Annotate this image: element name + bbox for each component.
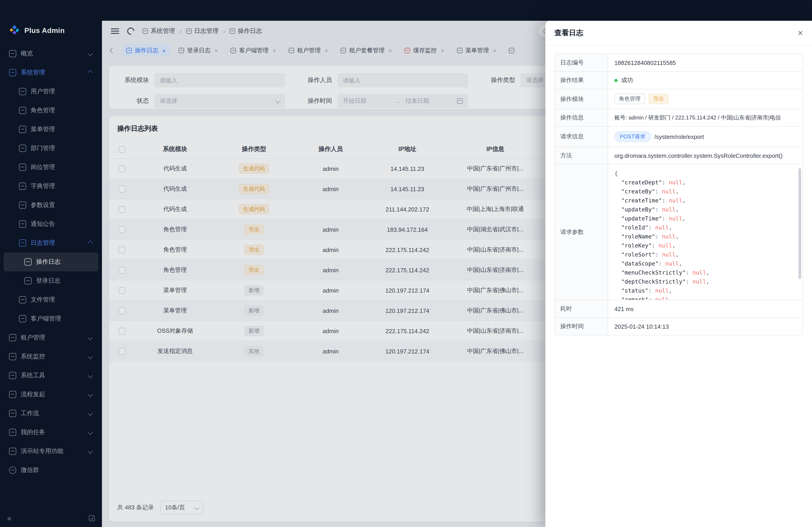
field-label: 操作模块 <box>555 89 608 109</box>
json-line: "roleSort": null, <box>614 250 794 259</box>
field-label: 方法 <box>555 147 608 164</box>
field-log-id: 日志编号 1882612840802115585 <box>555 54 802 72</box>
field-value: 1882612840802115585 <box>608 54 802 71</box>
module-tag: 角色管理 <box>614 94 645 104</box>
json-scrollbar[interactable] <box>798 168 801 279</box>
request-params-json[interactable]: { "createDept": null, "createBy": null, … <box>608 165 802 300</box>
json-line: "remark": null, <box>614 295 794 300</box>
json-line: "createBy": null, <box>614 187 794 196</box>
close-drawer-icon[interactable]: × <box>798 28 803 37</box>
field-label: 日志编号 <box>555 54 608 71</box>
json-line: "dataScope": null, <box>614 259 794 268</box>
success-dot-icon <box>614 79 618 82</box>
field-label: 请求信息 <box>555 127 608 147</box>
field-value: 角色管理 导出 <box>608 89 802 109</box>
post-method-tag: POST请求 <box>614 131 651 142</box>
field-result: 操作结果 成功 <box>555 72 802 89</box>
field-value: 成功 <box>608 72 802 89</box>
field-params: 请求参数 { "createDept": null, "createBy": n… <box>555 165 802 300</box>
operation-tag: 导出 <box>649 94 669 104</box>
json-line: "roleId": null, <box>614 223 794 232</box>
field-value: 2025-01-24 10:14:13 <box>608 318 802 335</box>
field-label: 操作结果 <box>555 72 608 89</box>
json-line: "createDept": null, <box>614 178 794 187</box>
field-label: 操作时间 <box>555 318 608 335</box>
drawer-title: 查看日志 <box>554 28 583 37</box>
field-value: org.dromara.system.controller.system.Sys… <box>608 147 802 164</box>
json-line: "deptCheckStrictly": null, <box>614 277 794 286</box>
field-label: 操作信息 <box>555 109 608 126</box>
field-duration: 耗时 421 ms <box>555 300 802 318</box>
field-value: { "createDept": null, "createBy": null, … <box>608 165 802 300</box>
field-label: 耗时 <box>555 300 608 317</box>
field-request: 请求信息 POST请求 /system/role/export <box>555 127 802 147</box>
log-detail-table: 日志编号 1882612840802115585 操作结果 成功 操作模块 角色… <box>554 54 803 335</box>
request-url: /system/role/export <box>654 133 704 140</box>
view-log-drawer: 查看日志 × 日志编号 1882612840802115585 操作结果 成功 … <box>546 21 812 527</box>
field-time: 操作时间 2025-01-24 10:14:13 <box>555 318 802 335</box>
json-line: { <box>614 169 794 178</box>
field-label: 请求参数 <box>555 165 608 300</box>
drawer-header: 查看日志 × <box>546 21 812 46</box>
result-text: 成功 <box>621 76 633 84</box>
field-module: 操作模块 角色管理 导出 <box>555 89 802 109</box>
json-line: "roleKey": null, <box>614 241 794 250</box>
field-method: 方法 org.dromara.system.controller.system.… <box>555 147 802 165</box>
field-value: 421 ms <box>608 300 802 317</box>
field-value: POST请求 /system/role/export <box>608 127 802 147</box>
json-line: "menuCheckStrictly": null, <box>614 268 794 277</box>
json-line: "roleName": null, <box>614 232 794 241</box>
json-line: "status": null, <box>614 286 794 295</box>
field-value: 账号: admin / 研发部门 / 222.175.114.242 / 中国|… <box>608 109 802 126</box>
json-line: "updateTime": null, <box>614 214 794 223</box>
json-line: "updateBy": null, <box>614 205 794 214</box>
field-info: 操作信息 账号: admin / 研发部门 / 222.175.114.242 … <box>555 109 802 127</box>
application-root: 系统管理›日志管理›操作日志 操作日志×登录日志×客户端管理×租户管理×租户套餐… <box>0 0 812 527</box>
json-line: "createTime": null, <box>614 196 794 205</box>
